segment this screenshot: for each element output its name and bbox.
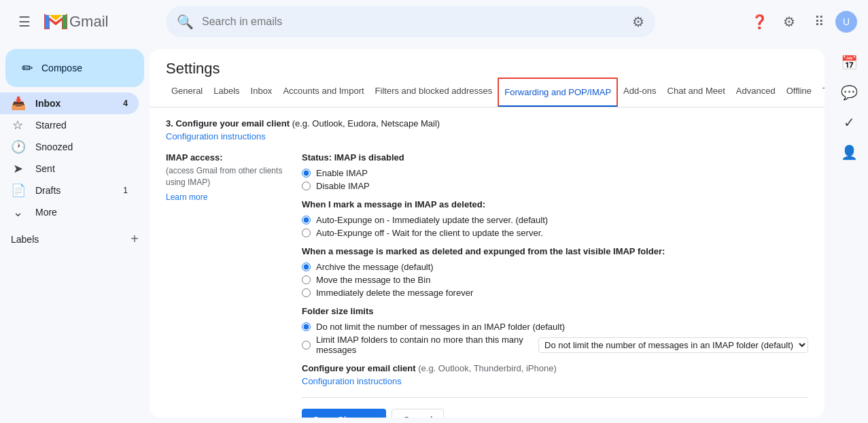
contacts-icon[interactable]: 👤	[835, 139, 863, 166]
inbox-icon: 📥	[11, 96, 24, 111]
search-bar[interactable]: 🔍 ⚙	[166, 6, 655, 37]
config-link-2[interactable]: Configuration instructions	[302, 376, 808, 386]
archive-option[interactable]: Archive the message (default)	[302, 262, 808, 272]
snoozed-label: Snoozed	[35, 141, 128, 152]
imap-learn-more[interactable]: Learn more	[166, 192, 207, 202]
settings-button[interactable]: ⚙	[776, 8, 803, 35]
meet-icon[interactable]: 📅	[835, 49, 863, 76]
tab-general[interactable]: General	[166, 78, 208, 107]
bin-radio[interactable]	[302, 275, 311, 284]
sent-label: Sent	[35, 163, 128, 174]
limit-radio[interactable]	[302, 341, 311, 350]
folder-size-title: Folder size limits	[302, 306, 808, 316]
auto-expunge-off-radio[interactable]	[302, 229, 311, 237]
compose-button[interactable]: ✏ Compose	[5, 49, 144, 87]
add-label-button[interactable]: +	[131, 231, 139, 247]
enable-imap-radio[interactable]	[302, 169, 311, 177]
tasks-icon[interactable]: ✓	[835, 109, 863, 136]
tab-forwarding[interactable]: Forwarding and POP/IMAP	[498, 78, 618, 107]
when-expunged-title: When a message is marked as deleted and …	[302, 246, 808, 256]
topbar: ☰ Gmail 🔍 ⚙ ❓ ⚙ ⠿ U	[0, 0, 868, 44]
limit-row: Limit IMAP folders to contain no more th…	[302, 335, 808, 355]
configure-client-2: Configure your email client (e.g. Outloo…	[302, 363, 808, 373]
starred-icon: ☆	[11, 118, 24, 133]
compose-icon: ✏	[22, 60, 33, 76]
when-deleted-title: When I mark a message in IMAP as deleted…	[302, 199, 808, 209]
configure-heading: 3. Configure your email client (e.g. Out…	[166, 118, 808, 129]
configure-client-2-note: (e.g. Outlook, Thunderbird, iPhone)	[418, 363, 557, 373]
apps-button[interactable]: ⠿	[805, 8, 833, 35]
sidebar-item-sent[interactable]: ➤ Sent	[0, 158, 139, 180]
sidebar: ✏ Compose 📥 Inbox 4 ☆ Starred 🕐 Snoozed …	[0, 44, 150, 423]
auto-expunge-off-option[interactable]: Auto-Expunge off - Wait for the client t…	[302, 228, 808, 238]
tab-labels[interactable]: Labels	[208, 78, 245, 107]
cancel-button[interactable]: Cancel	[392, 409, 445, 418]
inbox-label: Inbox	[35, 98, 112, 109]
delete-forever-label: Immediately delete the message forever	[316, 288, 473, 298]
auto-expunge-off-label: Auto-Expunge off - Wait for the client t…	[316, 228, 543, 238]
content-area: Settings General Labels Inbox Accounts a…	[150, 49, 824, 418]
hamburger-icon: ☰	[18, 14, 31, 30]
main-layout: ✏ Compose 📥 Inbox 4 ☆ Starred 🕐 Snoozed …	[0, 44, 868, 423]
gmail-label: Gmail	[69, 13, 108, 31]
disable-imap-radio[interactable]	[302, 182, 311, 190]
topbar-right: ❓ ⚙ ⠿ U	[746, 8, 857, 35]
page-title: Settings	[150, 49, 824, 78]
snoozed-icon: 🕐	[11, 139, 24, 154]
labels-header: Labels +	[0, 229, 150, 250]
no-limit-option[interactable]: Do not limit the number of messages in a…	[302, 322, 808, 332]
help-button[interactable]: ❓	[746, 8, 773, 35]
tab-themes[interactable]: Themes	[817, 78, 824, 107]
drafts-count: 1	[123, 186, 128, 195]
imap-title: IMAP access:	[166, 152, 291, 163]
topbar-left: ☰ Gmail	[11, 8, 160, 35]
gmail-logo: Gmail	[44, 12, 108, 31]
filter-icon[interactable]: ⚙	[632, 14, 644, 30]
configure-heading-text: 3. Configure your email client	[166, 118, 290, 129]
archive-radio[interactable]	[302, 263, 311, 271]
config-link-1[interactable]: Configuration instructions	[166, 131, 808, 141]
drafts-label: Drafts	[35, 185, 112, 196]
chat-icon[interactable]: 💬	[835, 79, 863, 106]
tab-offline[interactable]: Offline	[781, 78, 817, 107]
search-icon: 🔍	[177, 14, 194, 30]
save-button[interactable]: Save Changes	[302, 409, 386, 418]
no-limit-radio[interactable]	[302, 322, 311, 331]
auto-expunge-on-label: Auto-Expunge on - Immediately update the…	[316, 215, 548, 225]
folder-size-section: Folder size limits Do not limit the numb…	[302, 306, 808, 355]
settings-content: 3. Configure your email client (e.g. Out…	[150, 107, 824, 418]
delete-forever-radio[interactable]	[302, 288, 311, 297]
auto-expunge-on-radio[interactable]	[302, 216, 311, 224]
tab-inbox[interactable]: Inbox	[245, 78, 278, 107]
tab-advanced[interactable]: Advanced	[731, 78, 781, 107]
imap-desc: (access Gmail from other clients using I…	[166, 165, 291, 188]
inbox-count: 4	[123, 99, 128, 108]
enable-imap-option[interactable]: Enable IMAP	[302, 168, 808, 178]
tab-filters[interactable]: Filters and blocked addresses	[370, 78, 498, 107]
tab-addons[interactable]: Add-ons	[618, 78, 661, 107]
imap-right-panel: Status: IMAP is disabled Enable IMAP Dis…	[302, 152, 808, 418]
auto-expunge-on-option[interactable]: Auto-Expunge on - Immediately update the…	[302, 215, 808, 225]
right-panel: 📅 💬 ✓ 👤	[830, 44, 868, 423]
limit-label: Limit IMAP folders to contain no more th…	[316, 335, 533, 355]
sidebar-item-snoozed[interactable]: 🕐 Snoozed	[0, 136, 139, 158]
sidebar-item-drafts[interactable]: 📄 Drafts 1	[0, 180, 139, 201]
imap-enable-group: Enable IMAP Disable IMAP	[302, 168, 808, 191]
configure-heading-note: (e.g. Outlook, Eudora, Netscape Mail)	[292, 118, 440, 129]
drafts-icon: 📄	[11, 183, 24, 198]
disable-imap-option[interactable]: Disable IMAP	[302, 181, 808, 191]
imap-status: Status: IMAP is disabled	[302, 152, 808, 163]
tab-chat[interactable]: Chat and Meet	[662, 78, 731, 107]
no-limit-label: Do not limit the number of messages in a…	[316, 322, 565, 332]
delete-forever-option[interactable]: Immediately delete the message forever	[302, 288, 808, 298]
sidebar-item-starred[interactable]: ☆ Starred	[0, 114, 139, 136]
search-input[interactable]	[202, 16, 624, 28]
limit-select[interactable]: Do not limit the number of messages in a…	[538, 337, 808, 353]
sidebar-item-more[interactable]: ⌄ More	[0, 201, 139, 223]
menu-button[interactable]: ☰	[11, 8, 38, 35]
sidebar-item-inbox[interactable]: 📥 Inbox 4	[0, 92, 139, 114]
avatar[interactable]: U	[835, 11, 857, 33]
bin-option[interactable]: Move the message to the Bin	[302, 275, 808, 285]
settings-tabs: General Labels Inbox Accounts and Import…	[150, 78, 824, 107]
tab-accounts[interactable]: Accounts and Import	[277, 78, 369, 107]
